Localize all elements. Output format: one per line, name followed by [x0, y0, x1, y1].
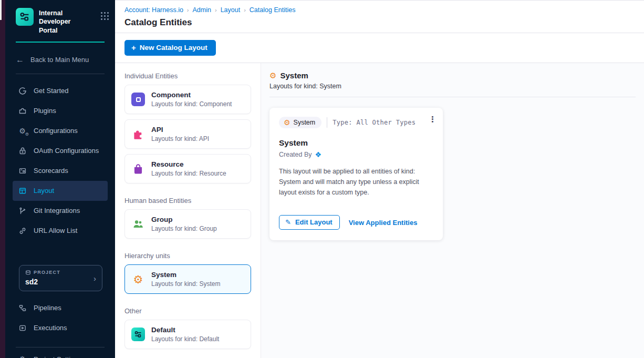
sidebar-item-label: Get Started	[34, 87, 68, 95]
breadcrumb-layout[interactable]: Layout	[221, 6, 241, 14]
entity-name: System	[151, 271, 220, 279]
section-title-other: Other	[124, 307, 251, 315]
entity-name: Group	[151, 216, 217, 223]
sidebar-item-executions[interactable]: Executions	[5, 318, 115, 338]
main-area: Account: Harness.io › Admin › Layout › C…	[115, 0, 644, 358]
entity-card-default[interactable]: Default Layouts for kind: Default	[124, 320, 251, 349]
sidebar-item-label: OAuth Configurations	[34, 147, 99, 155]
project-settings-icon: ⚙	[18, 355, 27, 358]
sidebar-item-layout[interactable]: Layout	[13, 181, 108, 201]
sidebar-item-pipelines[interactable]: Pipelines	[5, 298, 115, 318]
entity-name: Default	[151, 326, 219, 334]
entity-card-group[interactable]: Group Layouts for kind: Group	[124, 209, 251, 239]
layout-card-system: ⋮ ⚙ System Type: All Other Types System …	[269, 108, 443, 240]
sidebar-item-git-integrations[interactable]: Git Integrations	[5, 201, 115, 221]
breadcrumb-admin[interactable]: Admin	[193, 6, 211, 14]
chevron-right-icon: ›	[94, 273, 96, 282]
pipelines-icon	[18, 303, 27, 312]
detail-panel: ⚙ System Layouts for kind: System ⋮ ⚙ Sy…	[261, 63, 644, 358]
sidebar-item-label: Configurations	[34, 127, 78, 135]
sidebar-divider	[16, 347, 105, 347]
sidebar-item-plugins[interactable]: Plugins	[5, 101, 115, 121]
kind-chip-label: System	[294, 119, 316, 126]
sidebar-item-configurations[interactable]: ⚙⚙ Configurations	[5, 121, 115, 141]
default-idp-icon	[131, 328, 145, 341]
edit-layout-button[interactable]: ✎ Edit Layout	[279, 215, 340, 230]
configurations-icon: ⚙⚙	[18, 126, 27, 135]
project-name: sd2	[25, 278, 96, 286]
new-catalog-layout-label: New Catalog Layout	[140, 44, 207, 52]
sidebar-item-label: Project Settings	[34, 355, 81, 358]
detail-header: ⚙ System Layouts for kind: System	[261, 63, 644, 97]
entity-name: Component	[151, 91, 232, 99]
back-arrow-icon: ←	[16, 55, 24, 65]
layout-icon	[18, 186, 27, 195]
page-header: Account: Harness.io › Admin › Layout › C…	[115, 1, 644, 33]
entity-name: Resource	[151, 160, 226, 168]
sidebar-item-label: Layout	[34, 187, 54, 195]
sidebar-item-label: URL Allow List	[34, 227, 77, 234]
project-label: PROJECT	[34, 270, 60, 275]
entity-subtitle: Layouts for kind: Component	[151, 100, 232, 108]
entity-card-api[interactable]: API Layouts for kind: API	[124, 119, 251, 149]
new-catalog-layout-button[interactable]: + New Catalog Layout	[124, 40, 216, 56]
detail-title: System	[280, 71, 308, 80]
app-window: Internal Developer Portal ← Back to Main…	[0, 0, 644, 358]
oauth-lock-icon	[18, 146, 27, 155]
type-label: Type: All Other Types	[333, 119, 416, 126]
sidebar-logo-row: Internal Developer Portal	[5, 0, 115, 35]
sidebar-item-url-allow-list[interactable]: URL Allow List	[5, 221, 115, 241]
entity-subtitle: Layouts for kind: Resource	[151, 170, 226, 177]
entity-card-component[interactable]: Component Layouts for kind: Component	[124, 85, 251, 114]
sidebar-divider	[16, 74, 105, 74]
breadcrumb-sep-icon: ›	[187, 7, 189, 13]
get-started-icon	[18, 86, 27, 95]
breadcrumb: Account: Harness.io › Admin › Layout › C…	[124, 6, 644, 14]
sidebar-nav-project: Pipelines Executions	[5, 298, 115, 338]
breadcrumb-account[interactable]: Account: Harness.io	[124, 6, 183, 14]
layout-card-description: This layout will be applied to all entit…	[279, 167, 433, 198]
sidebar-item-label: Git Integrations	[34, 207, 80, 214]
view-applied-entities-link[interactable]: View Applied Entities	[349, 219, 418, 227]
executions-icon	[18, 323, 27, 332]
created-by-icon: ❖	[315, 151, 322, 158]
detail-body: ⋮ ⚙ System Type: All Other Types System …	[261, 97, 644, 251]
entity-card-system[interactable]: ⚙ System Layouts for kind: System	[124, 264, 251, 294]
entity-name: API	[151, 126, 209, 134]
background-window-notch	[0, 0, 2, 20]
section-title-hierarchy: Hierarchy units	[124, 252, 251, 260]
idp-logo-icon[interactable]	[16, 8, 34, 26]
sidebar-item-label: Pipelines	[34, 304, 61, 312]
content: Individual Entities Component Layouts fo…	[115, 63, 644, 358]
pencil-icon: ✎	[285, 219, 291, 226]
component-chip-icon	[131, 93, 145, 106]
project-label-row: PROJECT	[25, 270, 96, 275]
back-to-main-menu[interactable]: ← Back to Main Menu	[5, 43, 115, 65]
sidebar-nav: Get Started Plugins ⚙⚙ Configurations	[5, 81, 115, 241]
sidebar-item-oauth-configurations[interactable]: OAuth Configurations	[5, 141, 115, 161]
created-by-label: Created By	[279, 151, 312, 158]
page-title: Catalog Entities	[124, 17, 644, 28]
toolbar: + New Catalog Layout	[115, 33, 644, 63]
sidebar-item-get-started[interactable]: Get Started	[5, 81, 115, 101]
project-selector[interactable]: PROJECT sd2 ›	[19, 265, 102, 291]
entity-card-resource[interactable]: Resource Layouts for kind: Resource	[124, 154, 251, 183]
breadcrumb-catalog-entities[interactable]: Catalog Entities	[250, 6, 296, 14]
edit-layout-label: Edit Layout	[295, 218, 333, 226]
scorecards-icon	[18, 166, 27, 175]
entity-subtitle: Layouts for kind: System	[151, 280, 220, 288]
system-gear-icon: ⚙	[284, 119, 290, 126]
group-people-icon	[131, 217, 145, 231]
layout-card-chip-row: ⚙ System Type: All Other Types	[279, 117, 433, 128]
grid-apps-icon[interactable]	[101, 12, 109, 20]
sidebar-item-label: Executions	[34, 324, 67, 332]
section-title-individual: Individual Entities	[124, 72, 251, 80]
sidebar-item-project-settings[interactable]: ⚙ Project Settings	[5, 355, 115, 358]
sidebar: Internal Developer Portal ← Back to Main…	[5, 0, 115, 358]
kind-chip: ⚙ System	[279, 117, 321, 128]
url-allow-list-icon	[18, 226, 27, 235]
sidebar-item-scorecards[interactable]: Scorecards	[5, 161, 115, 181]
system-gear-icon: ⚙	[269, 71, 276, 79]
project-icon	[25, 270, 31, 275]
kebab-menu-icon[interactable]: ⋮	[429, 115, 437, 123]
